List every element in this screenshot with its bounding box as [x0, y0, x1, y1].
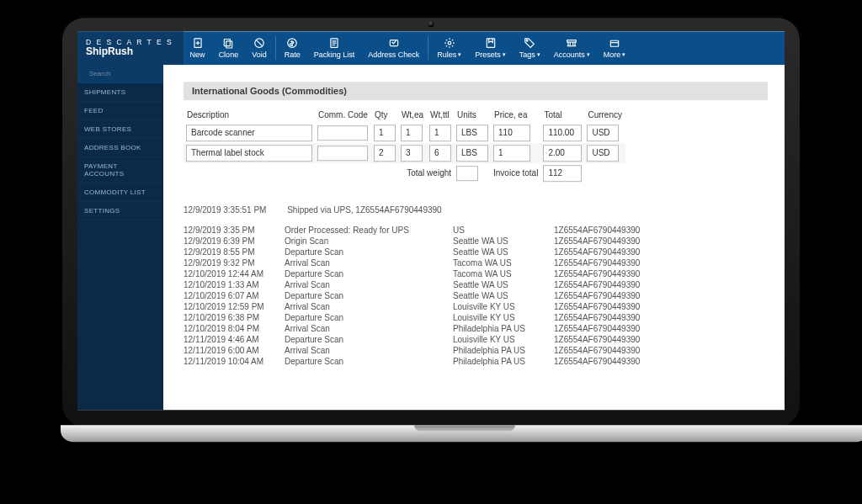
history-location: Philadelphia PA US — [453, 345, 554, 356]
history-event: Arrival Scan — [285, 257, 453, 268]
qty-input[interactable]: 1 — [374, 125, 396, 141]
tracking-history: 12/9/2019 3:35 PMOrder Processed: Ready … — [184, 225, 648, 367]
col-units: Units — [454, 109, 491, 123]
comm-code-input[interactable] — [317, 125, 368, 141]
new-label: New — [190, 50, 205, 59]
history-event: Departure Scan — [285, 312, 453, 323]
new-icon — [192, 37, 204, 49]
sidebar-item-address-book[interactable]: ADDRESS BOOK — [77, 139, 163, 157]
invoice-total-value[interactable]: 112 — [543, 165, 582, 182]
void-button[interactable]: Void — [245, 31, 274, 65]
history-timestamp: 12/9/2019 9:32 PM — [184, 257, 285, 268]
clone-button[interactable]: Clone — [212, 31, 246, 65]
rate-button[interactable]: Rate — [278, 31, 307, 65]
history-location: Philadelphia PA US — [453, 323, 554, 334]
history-timestamp: 12/9/2019 3:35 PM — [184, 225, 285, 236]
svg-point-9 — [526, 40, 528, 41]
sidebar-item-web-stores[interactable]: WEB STORES — [77, 120, 163, 139]
col-description: Description — [184, 109, 315, 123]
shipment-text: Shipped via UPS, 1Z6554AF6790449390 — [287, 205, 441, 215]
table-row: Barcode scanner111LBS110110.00USD — [184, 123, 625, 143]
sidebar-item-settings[interactable]: SETTINGS — [77, 202, 163, 220]
history-row: 12/10/2019 12:44 AMDeparture ScanTacoma … — [184, 268, 648, 279]
rules-icon — [444, 37, 455, 49]
col-wt-ttl: Wt,ttl — [427, 109, 454, 123]
history-tracking: 1Z6554AF6790449390 — [554, 279, 648, 290]
history-row: 12/10/2019 6:38 PMDeparture ScanLouisvil… — [184, 312, 648, 323]
shipment-timestamp: 12/9/2019 3:35:51 PM — [184, 205, 266, 215]
svg-point-7 — [448, 41, 451, 45]
description-input[interactable]: Thermal label stock — [186, 145, 312, 162]
sidebar-nav: SHIPMENTSFEEDWEB STORESADDRESS BOOKPAYME… — [77, 83, 163, 220]
sidebar-item-feed[interactable]: FEED — [77, 102, 163, 120]
chevron-down-icon: ▾ — [458, 51, 461, 58]
qty-input[interactable]: 2 — [374, 145, 396, 162]
wt-ttl-input[interactable]: 6 — [429, 145, 451, 162]
total-value[interactable]: 110.00 — [543, 125, 582, 141]
history-timestamp: 12/10/2019 12:44 AM — [184, 268, 285, 279]
price-ea-input[interactable]: 110 — [493, 125, 530, 141]
units-select[interactable]: LBS — [456, 145, 488, 162]
history-event: Arrival Scan — [285, 323, 453, 334]
price-ea-input[interactable]: 1 — [493, 145, 530, 162]
packing-list-button[interactable]: Packing List — [307, 31, 362, 65]
clone-label: Clone — [219, 50, 239, 59]
screen-bezel: D E S C A R T E S ShipRush New Clone Voi… — [61, 16, 801, 428]
history-timestamp: 12/11/2019 4:46 AM — [184, 334, 285, 345]
col-currency: Currency — [584, 109, 625, 123]
description-input[interactable]: Barcode scanner — [186, 125, 312, 141]
sidebar-search[interactable] — [77, 65, 163, 83]
history-row: 12/10/2019 12:59 PMArrival ScanLouisvill… — [184, 301, 648, 312]
history-row: 12/11/2019 6:00 AMArrival ScanPhiladelph… — [184, 345, 648, 356]
total-weight-value[interactable] — [456, 166, 478, 181]
tags-icon — [524, 37, 535, 49]
units-select[interactable]: LBS — [456, 125, 488, 141]
currency-select[interactable]: USD — [587, 145, 619, 162]
webcam — [428, 21, 434, 27]
shipment-summary: 12/9/2019 3:35:51 PM Shipped via UPS, 1Z… — [184, 205, 768, 215]
history-tracking: 1Z6554AF6790449390 — [554, 345, 648, 356]
history-row: 12/10/2019 8:04 PMArrival ScanPhiladelph… — [184, 323, 648, 334]
new-button[interactable]: New — [184, 31, 212, 65]
currency-select[interactable]: USD — [587, 125, 619, 141]
sidebar-item-shipments[interactable]: SHIPMENTS — [77, 83, 163, 102]
brand-block: D E S C A R T E S ShipRush — [77, 31, 184, 65]
history-tracking: 1Z6554AF6790449390 — [554, 290, 648, 301]
svg-rect-8 — [487, 38, 494, 47]
wt-ea-input[interactable]: 3 — [401, 145, 423, 162]
main-panel[interactable]: International Goods (Commodities) Descri… — [163, 65, 785, 410]
svg-rect-10 — [567, 40, 577, 41]
address-check-button[interactable]: Address Check — [361, 31, 426, 65]
comm-code-input[interactable] — [317, 146, 368, 161]
rate-icon — [286, 37, 298, 49]
history-timestamp: 12/10/2019 12:59 PM — [184, 301, 285, 312]
wt-ttl-input[interactable]: 1 — [429, 125, 451, 141]
app-screen: D E S C A R T E S ShipRush New Clone Voi… — [77, 31, 785, 410]
presets-button[interactable]: Presets▾ — [468, 31, 513, 65]
sidebar-item-payment-accounts[interactable]: PAYMENT ACCOUNTS — [77, 157, 163, 183]
history-event: Order Processed: Ready for UPS — [285, 225, 453, 236]
total-value[interactable]: 2.00 — [543, 145, 582, 162]
toolbar-separator — [428, 36, 428, 60]
svg-rect-1 — [225, 39, 231, 45]
history-timestamp: 12/10/2019 8:04 PM — [184, 323, 285, 334]
history-location: Tacoma WA US — [453, 268, 554, 279]
sidebar-item-commodity-list[interactable]: COMMODITY LIST — [77, 183, 163, 202]
more-button[interactable]: More▾ — [597, 31, 633, 65]
history-timestamp: 12/10/2019 6:38 PM — [184, 312, 285, 323]
clone-icon — [222, 37, 234, 49]
presets-icon — [485, 37, 497, 49]
invoice-total-label: Invoice total — [491, 163, 540, 183]
brand-line2: ShipRush — [86, 45, 173, 57]
history-timestamp: 12/10/2019 6:07 AM — [184, 290, 285, 301]
accounts-button[interactable]: Accounts▾ — [547, 31, 597, 65]
tags-button[interactable]: Tags▾ — [513, 31, 547, 65]
history-timestamp: 12/11/2019 10:04 AM — [184, 356, 285, 367]
history-location: Seattle WA US — [453, 290, 554, 301]
app-body: SHIPMENTSFEEDWEB STORESADDRESS BOOKPAYME… — [77, 65, 785, 410]
rules-button[interactable]: Rules▾ — [430, 31, 468, 65]
history-event: Departure Scan — [285, 268, 453, 279]
history-row: 12/11/2019 4:46 AMDeparture ScanLouisvil… — [184, 334, 648, 345]
wt-ea-input[interactable]: 1 — [401, 125, 423, 141]
void-icon — [253, 37, 265, 49]
